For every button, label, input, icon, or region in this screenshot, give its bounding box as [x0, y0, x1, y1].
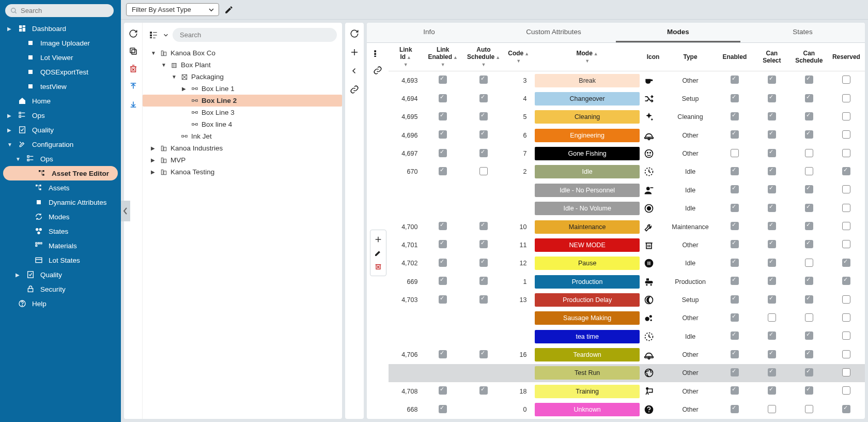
- checkbox[interactable]: [805, 94, 813, 102]
- nav-item-quality[interactable]: ▶Quality: [0, 267, 121, 282]
- checkbox[interactable]: [731, 112, 739, 120]
- checkbox[interactable]: [805, 112, 813, 120]
- tree-node-box-line-2[interactable]: Box Line 2: [143, 95, 342, 107]
- mode-row[interactable]: 4,6966EngineeringOther: [389, 126, 865, 144]
- checkbox[interactable]: [479, 350, 488, 358]
- col-link-enabled[interactable]: LinkEnabled▲▼: [423, 43, 463, 71]
- checkbox[interactable]: [439, 350, 447, 358]
- checkbox[interactable]: [805, 313, 813, 322]
- mode-row[interactable]: 4,6933BreakOther: [389, 71, 865, 90]
- checkbox[interactable]: [439, 222, 447, 230]
- checkbox[interactable]: [731, 94, 739, 102]
- col-can-select[interactable]: CanSelect: [753, 43, 791, 71]
- checkbox[interactable]: [805, 167, 813, 175]
- mode-row[interactable]: 6680UnknownOther: [389, 400, 865, 419]
- checkbox[interactable]: [768, 167, 776, 175]
- tree-node-box-plant[interactable]: ▼Box Plant: [143, 59, 342, 71]
- checkbox[interactable]: [731, 240, 739, 248]
- checkbox[interactable]: [842, 185, 850, 193]
- checkbox[interactable]: [439, 386, 447, 395]
- checkbox[interactable]: [768, 313, 776, 322]
- checkbox[interactable]: [731, 368, 739, 376]
- chevron-down-icon[interactable]: [163, 33, 168, 38]
- checkbox[interactable]: [805, 76, 813, 84]
- checkbox[interactable]: [731, 386, 739, 395]
- checkbox[interactable]: [731, 185, 739, 193]
- tab-states[interactable]: States: [740, 23, 865, 42]
- edit-icon[interactable]: [224, 5, 234, 14]
- checkbox[interactable]: [805, 259, 813, 267]
- nav-item-lot-viewer[interactable]: Lot Viewer: [0, 50, 121, 65]
- nav-item-states[interactable]: States: [0, 224, 121, 238]
- checkbox[interactable]: [842, 277, 850, 285]
- checkbox[interactable]: [842, 295, 850, 304]
- checkbox[interactable]: [439, 167, 447, 175]
- sidebar-collapse-handle[interactable]: [121, 201, 130, 221]
- grid-filter-icon[interactable]: [373, 49, 382, 58]
- checkbox[interactable]: [768, 277, 776, 285]
- checkbox[interactable]: [731, 204, 739, 212]
- tree-node-kanoa-industries[interactable]: ▶Kanoa Industries: [143, 142, 342, 154]
- checkbox[interactable]: [479, 386, 488, 395]
- checkbox[interactable]: [439, 94, 447, 102]
- checkbox[interactable]: [768, 222, 776, 230]
- checkbox[interactable]: [805, 240, 813, 248]
- checkbox[interactable]: [805, 130, 813, 139]
- checkbox[interactable]: [842, 167, 850, 175]
- checkbox[interactable]: [479, 240, 488, 248]
- nav-item-ops[interactable]: ▶Ops: [0, 108, 121, 123]
- nav-item-image-uploader[interactable]: Image Uploader: [0, 36, 121, 50]
- checkbox[interactable]: [731, 331, 739, 340]
- checkbox[interactable]: [842, 350, 850, 358]
- col-icon[interactable]: Icon: [642, 43, 664, 71]
- mode-row[interactable]: 4,70313Production DelaySetup: [389, 291, 865, 309]
- checkbox[interactable]: [842, 130, 850, 139]
- checkbox[interactable]: [805, 386, 813, 395]
- nav-item-qdsexporttest[interactable]: QDSExportTest: [0, 65, 121, 79]
- nav-item-ops[interactable]: ▼Ops: [0, 152, 121, 166]
- tree-node-box-line-4[interactable]: Box line 4: [143, 118, 342, 130]
- checkbox[interactable]: [805, 204, 813, 212]
- tree-node-box-line-1[interactable]: ▶Box Line 1: [143, 83, 342, 95]
- checkbox[interactable]: [805, 149, 813, 157]
- mode-row[interactable]: 4,6955CleaningCleaning: [389, 108, 865, 126]
- checkbox[interactable]: [768, 405, 776, 413]
- checkbox[interactable]: [768, 149, 776, 157]
- refresh-icon[interactable]: [129, 29, 138, 38]
- nav-item-security[interactable]: Security: [0, 282, 121, 296]
- checkbox[interactable]: [731, 130, 739, 139]
- checkbox[interactable]: [842, 149, 850, 157]
- checkbox[interactable]: [805, 405, 813, 413]
- add-icon[interactable]: [350, 48, 359, 57]
- col-link-id[interactable]: LinkId▲▼: [389, 43, 423, 71]
- tree-twisty[interactable]: ▶: [151, 157, 157, 163]
- checkbox[interactable]: [439, 295, 447, 304]
- tree-node-ink-jet[interactable]: Ink Jet: [143, 130, 342, 142]
- nav-item-home[interactable]: Home: [0, 94, 121, 108]
- tree-twisty[interactable]: ▼: [161, 62, 167, 68]
- checkbox[interactable]: [439, 240, 447, 248]
- tree-search-input[interactable]: [173, 28, 337, 42]
- checkbox[interactable]: [479, 94, 488, 102]
- mode-row[interactable]: Idle - No PersonnelIdle: [389, 181, 865, 199]
- checkbox[interactable]: [768, 259, 776, 267]
- download-icon[interactable]: [129, 99, 138, 109]
- tree-node-packaging[interactable]: ▼Packaging: [143, 71, 342, 83]
- col-code[interactable]: Code▲▼: [504, 43, 533, 71]
- col-mode[interactable]: Mode▲▼: [533, 43, 641, 71]
- mode-row[interactable]: tea timeIdle: [389, 327, 865, 345]
- checkbox[interactable]: [731, 405, 739, 413]
- mode-row[interactable]: 4,70111NEW MODEOther: [389, 236, 865, 254]
- checkbox[interactable]: [842, 204, 850, 212]
- checkbox[interactable]: [842, 112, 850, 120]
- checkbox[interactable]: [842, 222, 850, 230]
- checkbox[interactable]: [439, 277, 447, 285]
- grid-link-icon[interactable]: [373, 66, 382, 75]
- checkbox[interactable]: [479, 295, 488, 304]
- checkbox[interactable]: [842, 368, 850, 376]
- add-row-icon[interactable]: [374, 235, 382, 244]
- checkbox[interactable]: [842, 94, 850, 102]
- checkbox[interactable]: [805, 185, 813, 193]
- checkbox[interactable]: [842, 240, 850, 248]
- checkbox[interactable]: [842, 405, 850, 413]
